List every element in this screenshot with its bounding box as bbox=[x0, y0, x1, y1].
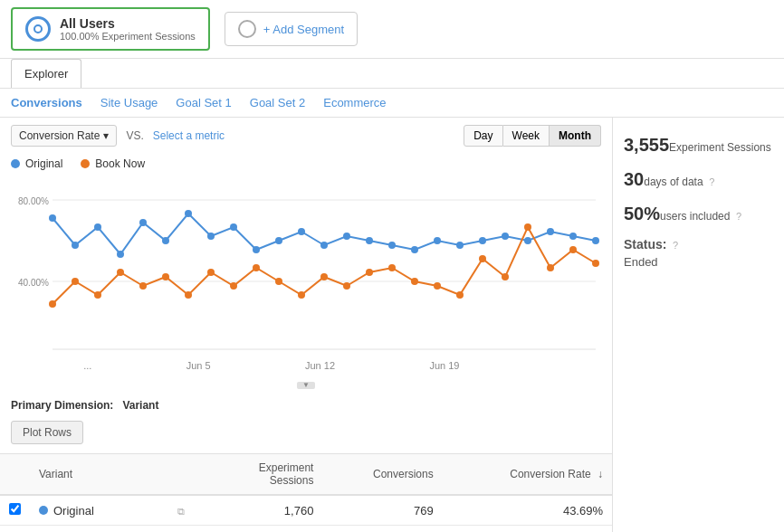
svg-point-31 bbox=[72, 278, 79, 285]
add-segment-circle bbox=[238, 20, 256, 38]
svg-point-42 bbox=[320, 273, 328, 280]
legend-dot-booknow bbox=[81, 159, 90, 168]
legend-dot-original bbox=[11, 159, 20, 168]
primary-dim-value[interactable]: Variant bbox=[122, 399, 158, 412]
svg-point-39 bbox=[253, 264, 260, 271]
plot-rows-button[interactable]: Plot Rows bbox=[11, 421, 83, 444]
all-users-segment[interactable]: All Users 100.00% Experiment Sessions bbox=[11, 7, 210, 51]
svg-point-54 bbox=[592, 260, 599, 267]
svg-point-45 bbox=[388, 264, 396, 271]
scroll-triangle-icon[interactable]: ▼ bbox=[297, 382, 315, 389]
svg-point-19 bbox=[366, 237, 373, 244]
table-row-booknow: Book Now ⧉ 1,795 689 38.38% bbox=[0, 526, 612, 533]
row-sessions-original: 1,760 bbox=[211, 495, 322, 526]
sessions-count: 3,555 bbox=[624, 135, 669, 155]
svg-point-12 bbox=[207, 233, 215, 240]
primary-dimension: Primary Dimension: Variant bbox=[0, 392, 612, 415]
chart-svg-container: 80.00% 40.00% bbox=[11, 177, 601, 358]
row-conversions-booknow: 689 bbox=[322, 526, 442, 533]
row-rate-original: 43.69% bbox=[443, 495, 612, 526]
segment-icon-inner bbox=[33, 24, 43, 33]
explorer-tab-bar: Explorer bbox=[0, 59, 784, 89]
svg-point-41 bbox=[298, 291, 305, 299]
svg-point-14 bbox=[253, 246, 260, 253]
subnav-goal-set-2[interactable]: Goal Set 2 bbox=[241, 94, 314, 111]
subnav-ecommerce[interactable]: Ecommerce bbox=[314, 94, 395, 111]
svg-point-20 bbox=[388, 242, 396, 249]
segment-name: All Users bbox=[60, 16, 196, 31]
svg-text:40.00%: 40.00% bbox=[18, 278, 49, 288]
svg-point-22 bbox=[434, 237, 441, 244]
th-checkbox bbox=[0, 454, 30, 496]
svg-point-28 bbox=[569, 233, 577, 240]
status-help-icon[interactable]: ? bbox=[673, 240, 678, 251]
row-checkbox-original[interactable] bbox=[0, 495, 30, 526]
svg-point-25 bbox=[502, 233, 509, 240]
month-button[interactable]: Month bbox=[550, 125, 601, 147]
svg-point-18 bbox=[343, 233, 350, 240]
select-metric-link[interactable]: Select a metric bbox=[153, 129, 225, 142]
days-label: days of data bbox=[644, 176, 703, 188]
row-checkbox-booknow[interactable] bbox=[0, 526, 30, 533]
stat-days: 30days of data ? bbox=[624, 166, 773, 192]
vs-label: VS. bbox=[126, 129, 143, 142]
row-link-original[interactable]: ⧉ bbox=[161, 495, 211, 526]
svg-text:80.00%: 80.00% bbox=[18, 196, 49, 206]
svg-point-48 bbox=[456, 291, 464, 299]
svg-point-35 bbox=[162, 273, 169, 280]
users-help-icon[interactable]: ? bbox=[736, 211, 741, 222]
svg-point-44 bbox=[366, 269, 373, 276]
add-segment-label: + Add Segment bbox=[263, 23, 344, 36]
svg-point-34 bbox=[139, 282, 147, 290]
day-button[interactable]: Day bbox=[464, 125, 502, 147]
users-pct: 50% bbox=[624, 204, 660, 223]
week-button[interactable]: Week bbox=[503, 125, 550, 147]
svg-point-13 bbox=[230, 223, 237, 231]
th-rate[interactable]: Conversion Rate ↓ bbox=[443, 454, 612, 496]
svg-point-24 bbox=[479, 237, 486, 244]
segment-info: All Users 100.00% Experiment Sessions bbox=[60, 16, 196, 42]
th-conversions[interactable]: Conversions bbox=[322, 454, 442, 496]
stat-status: Status: ? Ended bbox=[624, 237, 773, 269]
stat-sessions: 3,555Experiment Sessions bbox=[624, 132, 773, 157]
metric-label: Conversion Rate bbox=[19, 129, 100, 142]
x-label-jun5: Jun 5 bbox=[186, 360, 211, 371]
legend-label-original: Original bbox=[25, 157, 62, 170]
tab-explorer[interactable]: Explorer bbox=[11, 59, 81, 88]
svg-point-49 bbox=[479, 255, 486, 262]
svg-point-36 bbox=[185, 291, 192, 299]
segment-sub: 100.00% Experiment Sessions bbox=[60, 31, 196, 42]
svg-point-11 bbox=[185, 210, 192, 217]
row-link-booknow[interactable]: ⧉ bbox=[161, 526, 211, 533]
x-axis: ... Jun 5 Jun 12 Jun 19 bbox=[0, 358, 612, 375]
days-count: 30 bbox=[624, 169, 644, 189]
subnav-conversions[interactable]: Conversions bbox=[11, 94, 91, 111]
metric-dropdown[interactable]: Conversion Rate ▾ bbox=[11, 125, 117, 147]
sessions-label: Experiment Sessions bbox=[669, 141, 771, 154]
sort-icon: ↓ bbox=[598, 468, 603, 480]
row-conversions-original: 769 bbox=[322, 495, 442, 526]
checkbox-original[interactable] bbox=[9, 503, 21, 515]
svg-point-8 bbox=[117, 251, 124, 258]
scroll-handle[interactable]: ▼ bbox=[0, 376, 612, 390]
external-link-icon[interactable]: ⧉ bbox=[177, 506, 185, 517]
th-sessions[interactable]: ExperimentSessions bbox=[211, 454, 322, 496]
svg-point-21 bbox=[411, 246, 418, 253]
subnav-site-usage[interactable]: Site Usage bbox=[91, 94, 167, 111]
line-chart: 80.00% 40.00% bbox=[11, 177, 601, 358]
add-segment-button[interactable]: + Add Segment bbox=[225, 12, 358, 46]
sub-nav: Conversions Site Usage Goal Set 1 Goal S… bbox=[0, 89, 784, 118]
x-label-0: ... bbox=[83, 360, 91, 371]
row-name-original: Original bbox=[30, 495, 161, 526]
svg-point-16 bbox=[298, 228, 305, 235]
stat-users: 50%users included ? bbox=[624, 201, 773, 226]
th-variant[interactable]: Variant bbox=[30, 454, 161, 496]
primary-dim-label: Primary Dimension: bbox=[11, 399, 113, 412]
th-link bbox=[161, 454, 211, 496]
legend-original: Original bbox=[11, 157, 62, 170]
days-help-icon[interactable]: ? bbox=[709, 176, 714, 187]
subnav-goal-set-1[interactable]: Goal Set 1 bbox=[167, 94, 240, 111]
x-label-jun19: Jun 19 bbox=[429, 360, 459, 371]
status-ended: Ended bbox=[624, 255, 773, 269]
svg-point-43 bbox=[343, 282, 350, 290]
